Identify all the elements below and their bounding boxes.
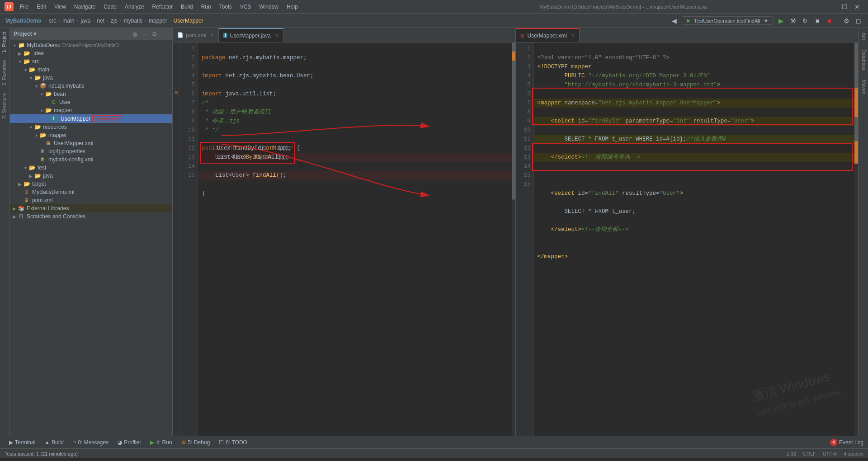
main-area: 1: Project 2: Favorites 7: Structure Pro… xyxy=(0,28,868,436)
menu-refactor[interactable]: Refactor xyxy=(149,3,176,11)
tree-item-resources[interactable]: ▾ 📂 resources xyxy=(10,123,172,131)
tree-item-main[interactable]: ▾ 📂 main xyxy=(10,66,172,74)
collapse-all-icon[interactable]: ⋯ xyxy=(141,30,149,38)
menu-edit[interactable]: Edit xyxy=(33,3,50,11)
tree-arrow-mapper: ▾ xyxy=(39,108,44,113)
menu-vcs[interactable]: VCS xyxy=(236,3,255,11)
indent-info: 4 spaces xyxy=(844,451,863,456)
sidebar-tab-project[interactable]: 1: Project xyxy=(0,28,9,56)
tree-item-pom[interactable]: 🗎 pom.xml xyxy=(10,196,172,204)
menu-navigate[interactable]: Navigate xyxy=(71,3,99,11)
breadcrumb-file: UserMapper xyxy=(174,18,203,24)
coverage-icon[interactable]: ■ xyxy=(812,16,822,26)
run-button[interactable]: ▶ xyxy=(776,16,786,26)
app-icon: IJ xyxy=(5,2,14,11)
test-java-folder-icon: 📂 xyxy=(33,173,42,179)
tab-usermapper-java[interactable]: I UserMapper.java ✕ xyxy=(219,28,283,42)
todo-button[interactable]: ☐ 6: TODO xyxy=(214,436,252,448)
menu-tools[interactable]: Tools xyxy=(216,3,236,11)
tree-item-scratches[interactable]: ▶ 🗒 Scratches and Consoles xyxy=(10,212,172,221)
usermapper-java-tab-close[interactable]: ✕ xyxy=(275,33,278,38)
project-header-icons: ◍ ⋯ ⚙ − xyxy=(131,30,169,38)
profiler-icon: ◕ xyxy=(118,439,122,446)
tree-item-iml[interactable]: 🗎 MyBatisDemo.iml xyxy=(10,188,172,196)
tree-item-test[interactable]: ▾ 📂 test xyxy=(10,164,172,172)
locate-icon[interactable]: ◍ xyxy=(131,30,139,38)
sidebar-tab-database[interactable]: Database xyxy=(859,45,868,75)
settings-icon[interactable]: ⚙ xyxy=(841,16,851,26)
project-settings-icon[interactable]: ⚙ xyxy=(151,30,159,38)
project-close-icon[interactable]: − xyxy=(160,30,169,38)
messages-button[interactable]: □ 0: Messages xyxy=(68,436,113,448)
maximize-button[interactable]: ☐ xyxy=(838,0,851,13)
menu-analyze[interactable]: Analyze xyxy=(121,3,148,11)
sidebar-tab-structure[interactable]: 7: Structure xyxy=(0,89,9,122)
right-code-content[interactable]: <?xml version="1.0" encoding="UTF-8" ?> … xyxy=(534,42,859,436)
menu-build[interactable]: Build xyxy=(177,3,197,11)
tree-item-java[interactable]: ▾ 📂 java xyxy=(10,74,172,82)
run-config-selector[interactable]: ▶ TestUserOperation.testFindAll ▼ xyxy=(682,16,774,25)
profiler-button[interactable]: ◕ Profiler xyxy=(113,436,146,448)
tree-item-bean[interactable]: ▾ 📂 bean xyxy=(10,90,172,98)
sidebar-tab-ant[interactable]: Ant xyxy=(859,28,868,45)
tree-arrow-extlibs: ▶ xyxy=(12,206,17,211)
stop-icon[interactable]: ■ xyxy=(825,16,835,26)
back-icon[interactable]: ◀ xyxy=(670,16,679,26)
tab-usermapper-xml[interactable]: 🗎 UserMapper.xml ✕ xyxy=(516,28,580,42)
tree-item-mybatisdemo[interactable]: ▾ 📁 MyBatisDemo D:\IdeaProjects\MyBatisD xyxy=(10,41,172,49)
build-button[interactable]: ▲ Build xyxy=(40,436,68,448)
expand-icon[interactable]: ◻ xyxy=(854,16,863,26)
usermapper-xml-tab-close[interactable]: ✕ xyxy=(571,33,575,38)
run-config-arrow: ▼ xyxy=(764,18,769,24)
tree-arrow-test: ▾ xyxy=(23,165,28,170)
tree-item-package[interactable]: ▾ 📦 net.zjs.mybatis xyxy=(10,82,172,90)
left-change-marker xyxy=(512,52,515,61)
menu-view[interactable]: View xyxy=(51,3,70,11)
menu-run[interactable]: Run xyxy=(198,3,215,11)
right-change-marker2 xyxy=(854,141,858,164)
sidebar-tab-favorites[interactable]: 2: Favorites xyxy=(0,56,9,89)
pom-tab-close[interactable]: ✕ xyxy=(210,33,214,38)
left-code-content[interactable]: package net.zjs.mybatis.mapper; import n… xyxy=(198,42,515,436)
terminal-button[interactable]: ▶ Terminal xyxy=(5,436,40,448)
tree-item-mybatisconfig[interactable]: 🗎 mybatis-config.xml xyxy=(10,155,172,164)
build-project-icon[interactable]: ⚒ xyxy=(788,16,798,26)
debug-bottom-icon: ⚙ xyxy=(181,439,186,446)
left-scrollbar[interactable] xyxy=(512,42,515,436)
minimize-button[interactable]: − xyxy=(826,0,838,13)
mapper-xml-folder-icon: 📂 xyxy=(39,132,47,138)
debug-button-bottom[interactable]: ⚙ 5: Debug xyxy=(177,436,215,448)
tree-item-log4j[interactable]: 🗎 log4j.properties xyxy=(10,147,172,155)
tree-item-mapper-xml-folder[interactable]: ▾ 📂 mapper xyxy=(10,131,172,139)
left-editor-pane: 📄 pom.xml ✕ I UserMapper.java ✕ xyxy=(173,28,516,436)
tree-item-target[interactable]: ▶ 📂 target xyxy=(10,180,172,188)
tree-item-usermapper[interactable]: I UserMapper UserMapper xyxy=(10,114,172,123)
class-icon: C xyxy=(50,99,58,105)
tree-arrow-java: ▾ xyxy=(28,75,33,80)
tab-pom-xml[interactable]: 📄 pom.xml ✕ xyxy=(173,28,219,42)
reload-icon[interactable]: ↻ xyxy=(800,16,810,26)
tree-item-idea[interactable]: ▶ 📂 .idea xyxy=(10,49,172,57)
titlebar: IJ File Edit View Navigate Code Analyze … xyxy=(0,0,868,14)
tree-item-src[interactable]: ▾ 📂 src xyxy=(10,57,172,66)
menu-file[interactable]: File xyxy=(16,3,32,11)
properties-icon: 🗎 xyxy=(39,148,47,155)
sidebar-tab-maven[interactable]: Maven xyxy=(859,75,868,99)
tree-item-user-class[interactable]: C User xyxy=(10,98,172,106)
tree-item-extlibs[interactable]: ▶ 📚 External Libraries xyxy=(10,204,172,212)
project-folder-icon: 📁 xyxy=(17,42,25,48)
idea-folder-icon: 📂 xyxy=(23,50,31,56)
tree-item-usermapper-xml[interactable]: 🗎 UserMapper.xml xyxy=(10,139,172,147)
menu-window[interactable]: Window xyxy=(255,3,282,11)
run-button-bottom[interactable]: ▶ 4: Run xyxy=(146,436,176,448)
event-log-label[interactable]: Event Log xyxy=(839,439,863,446)
event-log-badge: 4 xyxy=(830,439,837,446)
menu-code[interactable]: Code xyxy=(100,3,120,11)
tree-item-mapper-folder[interactable]: ▾ 📂 mapper xyxy=(10,106,172,114)
extlibs-icon: 📚 xyxy=(17,205,25,212)
tree-item-test-java[interactable]: ▶ 📂 java xyxy=(10,172,172,180)
menu-bar: File Edit View Navigate Code Analyze Ref… xyxy=(16,3,421,11)
menu-help[interactable]: Help xyxy=(283,3,302,11)
close-button[interactable]: ✕ xyxy=(851,0,863,13)
target-folder-icon: 📂 xyxy=(23,181,31,187)
